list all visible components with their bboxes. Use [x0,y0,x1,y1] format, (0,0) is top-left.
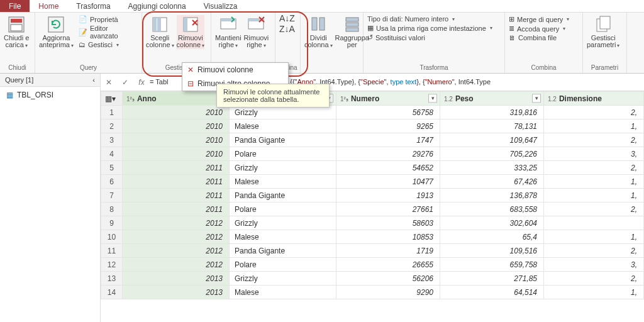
column-header-anno[interactable]: 1²₃Anno▾ [123,92,230,106]
cell-numero[interactable]: 1747 [336,133,440,147]
tab-view[interactable]: Visualizza [195,0,247,12]
remove-columns-button[interactable]: Rimuovi colonne [177,15,205,49]
cell-numero[interactable]: 9265 [336,119,440,133]
cell-peso[interactable]: 136,878 [440,189,544,203]
table-row[interactable]: 72011Panda Gigante1913136,8781, [101,189,644,203]
sort-asc-button[interactable]: A↓Z [279,15,295,22]
cell-numero[interactable]: 10477 [336,175,440,189]
cell-anno[interactable]: 2010 [123,106,230,119]
table-row[interactable]: 22010Malese926578,1311, [101,119,644,133]
firstrow-header-button[interactable]: ▦Usa la prima riga come intestazione [367,24,492,32]
choose-columns-button[interactable]: Scegli colonne [146,15,174,49]
table-row[interactable]: 112012Panda Gigante1719109,5162, [101,244,644,258]
cell-anno[interactable]: 2010 [123,119,230,133]
cell-specie[interactable]: Malese [230,230,336,244]
cell-numero[interactable]: 10853 [336,230,440,244]
cell-dim[interactable]: 2, [544,161,644,175]
row-header[interactable]: 13 [101,272,123,286]
advanced-editor-button[interactable]: 📝Editor avanzato [79,25,138,40]
properties-button[interactable]: 📄Proprietà [79,15,118,23]
column-header-dimensione[interactable]: 1.2Dimensione [544,92,644,106]
cell-numero[interactable]: 58603 [336,216,440,230]
table-row[interactable]: 52011Grizzly54652333,252, [101,161,644,175]
cell-dim[interactable]: 2, [544,272,644,286]
row-header[interactable]: 12 [101,258,123,272]
cell-specie[interactable]: Polare [230,258,336,272]
table-row[interactable]: 122012Polare26655659,7583, [101,258,644,272]
table-row[interactable]: 42010Polare29276705,2263, [101,147,644,161]
append-queries-button[interactable]: ≣Accoda query [509,25,565,33]
cell-specie[interactable]: Malese [230,175,336,189]
tab-home[interactable]: Home [30,0,67,12]
cell-numero[interactable]: 1913 [336,189,440,203]
table-corner[interactable]: ▦▾ [101,92,123,106]
cell-peso[interactable]: 109,647 [440,133,544,147]
cell-dim[interactable]: 2, [544,133,644,147]
row-header[interactable]: 9 [101,216,123,230]
column-header-peso[interactable]: 1.2Peso▾ [440,92,544,106]
cell-anno[interactable]: 2011 [123,175,230,189]
close-load-button[interactable]: Chiudi e carica [4,15,29,49]
row-header[interactable]: 14 [101,286,123,299]
table-row[interactable]: 132013Grizzly56206271,852, [101,272,644,286]
cell-specie[interactable]: Polare [230,203,336,216]
filter-icon[interactable]: ▾ [428,94,437,103]
cell-anno[interactable]: 2012 [123,230,230,244]
cell-peso[interactable]: 271,85 [440,272,544,286]
cell-dim[interactable]: 2, [544,244,644,258]
cell-specie[interactable]: Grizzly [230,161,336,175]
table-row[interactable]: 142013Malese929064,5141, [101,286,644,299]
cell-specie[interactable]: Panda Gigante [230,133,336,147]
cell-dim[interactable]: 1, [544,286,644,299]
table-row[interactable]: 62011Malese1047767,4261, [101,175,644,189]
keep-rows-button[interactable]: Mantieni righe [215,15,242,49]
cell-peso[interactable]: 659,758 [440,258,544,272]
cell-anno[interactable]: 2010 [123,147,230,161]
tab-file[interactable]: File [0,0,30,12]
row-header[interactable]: 3 [101,133,123,147]
cell-numero[interactable]: 1719 [336,244,440,258]
combine-files-button[interactable]: 🗎Combina file [509,34,557,42]
cell-anno[interactable]: 2012 [123,216,230,230]
cell-dim[interactable]: 1, [544,230,644,244]
cell-specie[interactable]: Malese [230,119,336,133]
cell-dim[interactable]: 1, [544,175,644,189]
cell-peso[interactable]: 683,558 [440,203,544,216]
row-header[interactable]: 4 [101,147,123,161]
cell-specie[interactable]: Grizzly [230,272,336,286]
cell-peso[interactable]: 705,226 [440,147,544,161]
merge-queries-button[interactable]: ⊞Merge di query [509,15,569,23]
remove-rows-button[interactable]: Rimuovi righe [244,15,269,49]
cell-specie[interactable]: Malese [230,286,336,299]
formula-accept-button[interactable]: ✓ [117,78,133,87]
cell-specie[interactable]: Grizzly [230,216,336,230]
cell-dim[interactable] [544,216,644,230]
replace-values-button[interactable]: ↺Sostituisci valori [367,33,425,42]
cell-anno[interactable]: 2011 [123,189,230,203]
cell-numero[interactable]: 56206 [336,272,440,286]
cell-anno[interactable]: 2010 [123,133,230,147]
query-item[interactable]: ▦ TBL_ORSI [0,87,100,103]
sort-desc-button[interactable]: Z↓A [279,26,295,33]
cell-numero[interactable]: 9290 [336,286,440,299]
table-row[interactable]: 82011Polare27661683,5582, [101,203,644,216]
cell-numero[interactable]: 56758 [336,106,440,119]
row-header[interactable]: 7 [101,189,123,203]
cell-peso[interactable]: 78,131 [440,119,544,133]
cell-numero[interactable]: 54652 [336,161,440,175]
menu-remove-columns[interactable]: ✕ Rimuovi colonne [182,63,288,77]
cell-anno[interactable]: 2011 [123,203,230,216]
table-row[interactable]: 32010Panda Gigante1747109,6472, [101,133,644,147]
refresh-preview-button[interactable]: Aggiorna anteprima [39,15,74,49]
cell-dim[interactable]: 2, [544,106,644,119]
cell-numero[interactable]: 27661 [336,203,440,216]
row-header[interactable]: 10 [101,230,123,244]
cell-dim[interactable]: 3, [544,147,644,161]
tab-add-column[interactable]: Aggiungi colonna [119,0,195,12]
cell-peso[interactable]: 333,25 [440,161,544,175]
split-column-button[interactable]: Dividi colonna [304,15,333,49]
table-row[interactable]: 92012Grizzly58603302,604 [101,216,644,230]
cell-peso[interactable]: 64,514 [440,286,544,299]
row-header[interactable]: 5 [101,161,123,175]
manage-params-button[interactable]: Gestisci parametri [587,15,619,49]
